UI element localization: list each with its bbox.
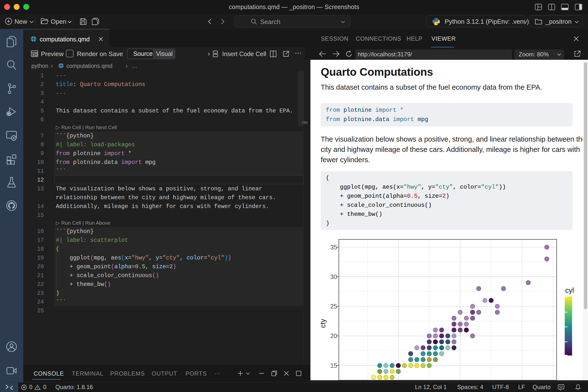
svg-text:15: 15 [330,362,337,369]
svg-text:30: 30 [330,274,337,280]
svg-text:35: 35 [330,244,337,251]
svg-text:cty: cty [319,319,327,328]
svg-text:25: 25 [330,303,337,310]
svg-text:20: 20 [330,332,337,339]
svg-text:cyl: cyl [565,286,574,294]
